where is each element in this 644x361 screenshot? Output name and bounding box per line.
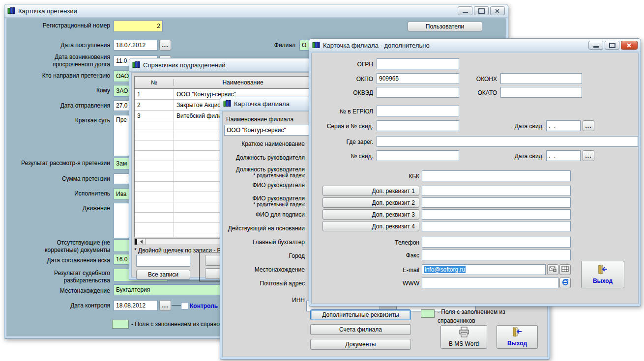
cert-date2-field[interactable]: . . <box>546 150 581 161</box>
extra-requisite4-field[interactable] <box>422 221 571 231</box>
missing-docs-label-line2: корректные) документы <box>4 247 110 253</box>
email-selected-text: info@softorg.ru <box>424 266 466 273</box>
books-icon <box>312 41 320 50</box>
control-checkbox[interactable] <box>181 302 188 309</box>
extra-requisite1-button[interactable]: Доп. реквизит 1 <box>322 186 419 196</box>
email-list-button[interactable] <box>559 264 571 275</box>
acting-on-basis-label: Действующий на основании <box>221 225 305 232</box>
documents-button[interactable]: Документы <box>310 339 411 350</box>
checkbox-connector-line <box>172 305 181 305</box>
filter-input[interactable] <box>136 255 190 267</box>
cert-series-field[interactable] <box>377 120 459 131</box>
extra-requisite3-button[interactable]: Доп. реквизит 3 <box>322 209 419 220</box>
claim-titlebar[interactable]: Карточка претензии <box>4 4 508 18</box>
extra-requisite2-button[interactable]: Доп. реквизит 2 <box>322 197 419 208</box>
legend-green-swatch <box>112 320 129 329</box>
cert-date2-label: Дата свид. <box>496 153 544 160</box>
exit-door-icon <box>512 327 523 338</box>
okato-field[interactable] <box>500 87 582 98</box>
reg-place-field[interactable] <box>377 136 638 147</box>
export-word-button[interactable]: В MS Word <box>440 325 487 349</box>
head-name-label: ФИО руководителя <box>221 182 305 189</box>
branch-extra-titlebar[interactable]: Карточка филиала - дополнительно <box>309 39 641 52</box>
short-name-label: Краткое наименование <box>221 140 305 147</box>
additional-details-button[interactable]: Дополнительные реквизиты <box>310 309 411 320</box>
extra-requisite1-field[interactable] <box>422 186 571 196</box>
cert-date1-field[interactable]: . . <box>546 120 581 131</box>
maximize-icon[interactable] <box>474 6 489 15</box>
debt-date-label-line1: Дата возникновения <box>4 54 110 60</box>
reg-number-label: Регистрационный номер <box>4 22 110 29</box>
email-label: E-mail <box>358 267 419 274</box>
send-email-button[interactable] <box>547 264 558 275</box>
branch-label: Филиал <box>221 42 295 49</box>
table-grid-icon <box>561 266 569 274</box>
extra-requisite3-field[interactable] <box>422 209 571 220</box>
directory-window-title: Справочник подразделений <box>143 61 226 69</box>
legend-text-line1: - Поля с заполнением из <box>438 308 505 315</box>
email-field[interactable]: info@softorg.ru <box>422 264 546 275</box>
close-icon[interactable] <box>490 6 505 15</box>
branch-window-title: Карточка филиала <box>234 100 290 108</box>
ogrn-field[interactable] <box>377 58 459 69</box>
date-received-field[interactable]: 18.07.2012 <box>114 40 158 51</box>
users-button[interactable]: Пользователи <box>408 22 482 31</box>
exit-label: Выход <box>507 340 527 347</box>
cert-series-label: Серия и № свид. <box>312 123 373 130</box>
okpo-label: ОКПО <box>312 76 373 83</box>
open-browser-button[interactable] <box>559 278 571 288</box>
kbk-label: КБК <box>358 173 419 180</box>
kbk-field[interactable] <box>422 170 571 181</box>
extra-requisite2-field[interactable] <box>422 197 571 208</box>
cert-date2-picker-button[interactable]: ... <box>583 150 594 161</box>
date-received-picker-button[interactable]: ... <box>159 40 171 51</box>
review-result-label: Результат рассмотр-я претензии <box>4 160 110 167</box>
inn-label: ИНН <box>221 297 305 304</box>
head-position-genitive-label: Должность руководителя <box>221 166 305 173</box>
court-result-label-line1: Результат судебного <box>4 270 110 277</box>
maximize-icon[interactable] <box>605 41 619 50</box>
reg-number-field[interactable]: 2 <box>114 20 163 32</box>
browser-icon <box>561 278 569 287</box>
court-result-label-line2: разбирательства <box>4 277 110 284</box>
head-position-genitive-sublabel: * родительный падеж <box>221 172 305 178</box>
date-sent-label: Дата отправления <box>4 102 110 109</box>
fax-field[interactable] <box>422 250 571 260</box>
egrul-field[interactable] <box>377 106 459 116</box>
location-label: Местонахождение <box>221 266 305 273</box>
control-date-picker-button[interactable]: ... <box>159 300 171 311</box>
cert-num-field[interactable] <box>377 150 459 161</box>
control-date-field[interactable]: 18.08.2012 <box>114 300 158 311</box>
www-label: WWW <box>358 280 419 287</box>
okato-label: ОКАТО <box>438 89 497 96</box>
minimize-icon[interactable] <box>458 6 472 15</box>
legend-green-swatch <box>421 309 435 318</box>
exit-button[interactable]: Выход <box>497 325 538 349</box>
okonh-field[interactable] <box>500 73 582 84</box>
exit-button[interactable]: Выход <box>581 261 624 288</box>
lawsuit-date-label: Дата составления иска <box>4 257 110 264</box>
all-records-button[interactable]: Все записи <box>136 270 190 279</box>
extra-requisite4-button[interactable]: Доп. реквизит 4 <box>322 221 419 231</box>
www-field[interactable] <box>422 278 558 288</box>
minimize-icon[interactable] <box>588 41 603 50</box>
chief-accountant-label: Главный бухгалтер <box>221 239 305 246</box>
branch-extra-window: Карточка филиала - дополнительно ОГРН ОК… <box>309 38 641 306</box>
email-icon <box>549 266 556 274</box>
legend-text-line2: справочников <box>438 317 475 324</box>
ogrn-label: ОГРН <box>312 61 373 68</box>
location-field[interactable]: Бухгалтерия <box>114 284 223 295</box>
books-icon <box>223 99 231 109</box>
close-icon[interactable] <box>621 41 638 50</box>
table-header: № Наименование <box>135 77 312 89</box>
cert-date1-picker-button[interactable]: ... <box>583 120 594 131</box>
head-position-label: Должность руководителя <box>221 154 305 161</box>
scrollbar-left-arrow-icon[interactable] <box>137 239 146 245</box>
directory-titlebar[interactable]: Справочник подразделений <box>129 58 316 72</box>
row-num: 2 <box>135 100 174 110</box>
phone-field[interactable] <box>422 237 571 248</box>
branch-accounts-button[interactable]: Счета филиала <box>310 324 411 335</box>
branch-name-label: Наименование филиала <box>226 116 293 123</box>
claim-window-title: Карточка претензии <box>18 7 77 15</box>
city-label: Город <box>221 252 305 259</box>
